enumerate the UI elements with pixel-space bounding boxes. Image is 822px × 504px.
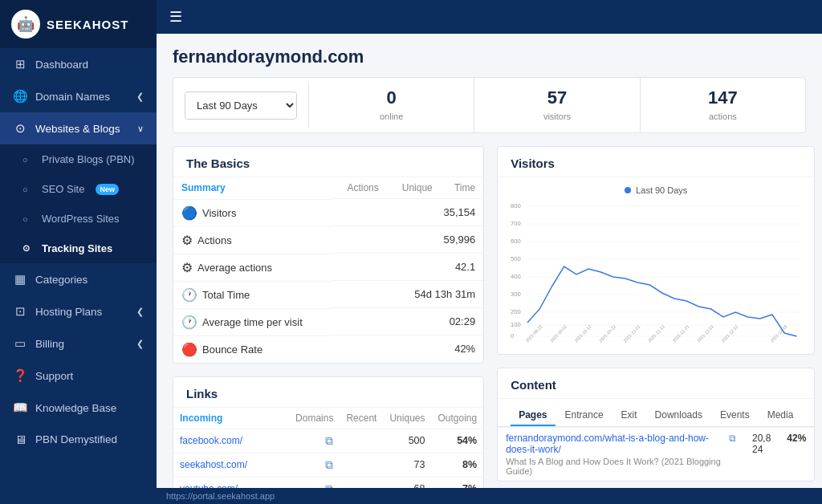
- links-col-incoming[interactable]: Incoming: [173, 408, 289, 429]
- links-col-recent[interactable]: Recent: [340, 408, 383, 429]
- table-row: 🔴 Bounce Rate 42%: [173, 335, 483, 363]
- sidebar-item-label: Dashboard: [35, 59, 88, 71]
- basics-col-actions[interactable]: Actions: [332, 177, 387, 199]
- content-area: fernandoraymond.com Last 7 DaysLast 30 D…: [157, 34, 822, 488]
- chart-legend: Last 90 Days: [511, 185, 801, 195]
- main-content: ☰ fernandoraymond.com Last 7 DaysLast 30…: [157, 0, 822, 504]
- sidebar-item-billing[interactable]: ▭ Billing ❮: [0, 327, 157, 360]
- basics-col-unique[interactable]: Unique: [387, 177, 441, 199]
- sidebar-item-domain-names[interactable]: 🌐 Domain Names ❮: [0, 80, 157, 112]
- status-url: https://portal.seekahost.app: [166, 491, 275, 501]
- content-link-cell: fernandoraymond.com/what-is-a-blog-and-h…: [506, 433, 736, 455]
- tab-events[interactable]: Events: [712, 405, 758, 426]
- content-ext-icon: ⧉: [729, 433, 736, 444]
- sidebar-item-seo-site[interactable]: ○ SEO Site New: [0, 174, 157, 204]
- monitor-icon: 🖥: [13, 433, 27, 446]
- sidebar-sub-menu: ○ Private Blogs (PBN) ○ SEO Site New ○ W…: [0, 144, 157, 263]
- content-url-cell[interactable]: fernandoraymond.com/what-is-a-blog-and-h…: [498, 428, 744, 482]
- sidebar-item-label: Hosting Plans: [35, 306, 102, 318]
- basics-value-avg-actions: 42.1: [332, 254, 483, 281]
- tab-exit[interactable]: Exit: [613, 405, 645, 426]
- table-row: facebook.com/ ⧉ 500 54%: [173, 429, 483, 453]
- logo-text: SEEKAHOST: [47, 18, 128, 31]
- link-outgoing-facebook: 54%: [431, 429, 483, 453]
- table-row: youtube.com/ ⧉ 68 7%: [173, 477, 483, 488]
- svg-text:600: 600: [511, 238, 521, 245]
- sidebar-item-label: Billing: [35, 338, 64, 350]
- chart-container: 800 700 600 500 400 300 200 100 0: [511, 198, 801, 343]
- link-uniques-youtube: 68: [383, 477, 431, 488]
- tab-entrance[interactable]: Entrance: [557, 405, 612, 426]
- websites-icon: ⊙: [13, 121, 27, 136]
- support-icon: ❓: [13, 368, 27, 383]
- basics-label-actions: ⚙ Actions: [173, 226, 332, 254]
- sidebar-item-hosting-plans[interactable]: ⊡ Hosting Plans ❮: [0, 295, 157, 327]
- tab-downloads[interactable]: Downloads: [647, 405, 710, 426]
- svg-text:0: 0: [511, 332, 515, 339]
- svg-text:800: 800: [511, 202, 521, 209]
- stat-online-label: online: [380, 112, 403, 121]
- sidebar-item-websites-blogs[interactable]: ⊙ Websites & Blogs ∨: [0, 112, 157, 144]
- sidebar-logo: 🤖 SEEKAHOST: [0, 0, 157, 48]
- stat-visitors-label: visitors: [543, 112, 571, 121]
- link-recent-seekahost: [340, 453, 383, 477]
- chevron-icon: ❮: [136, 307, 144, 317]
- content-table: fernandoraymond.com/what-is-a-blog-and-h…: [498, 427, 814, 481]
- content-tabs: Pages Entrance Exit Downloads Events Med…: [498, 399, 814, 427]
- links-section: Links Incoming Domains Recent Uniques Ou…: [173, 376, 484, 489]
- basics-value-visitors: 35,154: [332, 199, 483, 226]
- svg-text:400: 400: [511, 273, 521, 280]
- content-url-link[interactable]: fernandoraymond.com/what-is-a-blog-and-h…: [506, 433, 726, 455]
- visitors-section: Visitors Last 90 Days 800 700 600: [497, 146, 815, 355]
- links-col-outgoing[interactable]: Outgoing: [431, 408, 483, 429]
- sidebar-item-tracking-sites[interactable]: ⊙ Tracking Sites: [0, 234, 157, 263]
- sidebar-item-support[interactable]: ❓ Support: [0, 360, 157, 392]
- chevron-down-icon: ∨: [137, 124, 144, 134]
- sidebar-item-categories[interactable]: ▦ Categories: [0, 263, 157, 295]
- sidebar-item-private-blogs[interactable]: ○ Private Blogs (PBN): [0, 144, 157, 174]
- svg-text:2021-09-22: 2021-09-22: [525, 324, 543, 343]
- svg-text:2021-10-22: 2021-10-22: [598, 324, 616, 343]
- basics-col-summary[interactable]: Summary: [173, 177, 332, 199]
- table-row: 🕐 Total Time 54d 13h 31m: [173, 281, 483, 308]
- hamburger-icon[interactable]: ☰: [169, 8, 182, 26]
- sidebar-item-knowledge-base[interactable]: 📖 Knowledge Base: [0, 392, 157, 424]
- sub-filled-circle-icon: ⊙: [22, 243, 34, 254]
- basics-value-bounce: 42%: [332, 335, 483, 363]
- stat-actions: 147 actions: [641, 78, 805, 132]
- svg-text:2021-12-01: 2021-12-01: [696, 324, 714, 343]
- links-col-domains[interactable]: Domains: [289, 408, 340, 429]
- basics-label-avg-time: 🕐 Average time per visit: [173, 308, 332, 335]
- links-table: Incoming Domains Recent Uniques Outgoing…: [173, 408, 483, 489]
- sidebar-item-label: Websites & Blogs: [35, 123, 120, 135]
- sub-circle-icon: ○: [22, 185, 34, 194]
- tab-pages[interactable]: Pages: [511, 405, 555, 426]
- tab-media[interactable]: Media: [759, 405, 802, 426]
- external-link-icon: ⧉: [325, 458, 333, 471]
- new-badge: New: [96, 184, 119, 195]
- external-link-icon: ⧉: [325, 482, 333, 489]
- sidebar-item-wordpress-sites[interactable]: ○ WordPress Sites: [0, 204, 157, 234]
- link-url-facebook[interactable]: facebook.com/: [173, 429, 289, 453]
- chevron-icon: ❮: [136, 339, 144, 349]
- clock-avg-icon: 🕐: [181, 315, 197, 330]
- left-column: The Basics Summary Actions Unique Time: [173, 146, 484, 488]
- stat-actions-value: 147: [647, 87, 799, 108]
- svg-text:2021-12-11: 2021-12-11: [721, 324, 739, 343]
- sidebar-item-pbn-demystified[interactable]: 🖥 PBN Demystified: [0, 424, 157, 455]
- sidebar-item-label: Support: [35, 370, 73, 382]
- basics-col-time[interactable]: Time: [441, 177, 483, 199]
- link-url-seekahost[interactable]: seekahost.com/: [173, 453, 289, 477]
- topbar: ☰: [157, 0, 822, 34]
- svg-text:300: 300: [511, 291, 521, 298]
- links-col-uniques[interactable]: Uniques: [383, 408, 431, 429]
- two-col-layout: The Basics Summary Actions Unique Time: [173, 146, 806, 488]
- sidebar-item-label: Tracking Sites: [42, 242, 112, 254]
- basics-label-total-time: 🕐 Total Time: [173, 281, 332, 308]
- right-column: Visitors Last 90 Days 800 700 600: [497, 146, 815, 488]
- basics-value-actions: 59,996: [332, 226, 483, 254]
- date-range-select[interactable]: Last 7 DaysLast 30 DaysLast 90 DaysThis …: [185, 91, 297, 120]
- link-url-youtube[interactable]: youtube.com/: [173, 477, 289, 488]
- sidebar-item-dashboard[interactable]: ⊞ Dashboard: [0, 48, 157, 80]
- svg-text:200: 200: [511, 308, 521, 315]
